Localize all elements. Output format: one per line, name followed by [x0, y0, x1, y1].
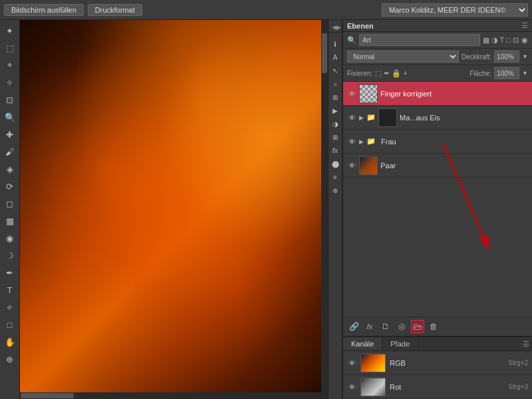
profile-area: Marco Kolditz, MEER DER IDEEN© [382, 3, 528, 17]
delete-layer-button[interactable]: 🗑 [427, 320, 440, 333]
layer-thumb-paar [359, 156, 378, 175]
channel-eye-rgb[interactable]: 👁 [347, 358, 356, 368]
blend-mode-select[interactable]: Normal [347, 51, 459, 63]
lock-all-icon[interactable]: + [403, 69, 407, 78]
channels-tabs: Kanäle Pfade ☰ [343, 337, 532, 351]
layer-row-paar[interactable]: 👁 Paar [343, 154, 532, 178]
adjust-filter-icon[interactable]: ◑ [491, 36, 498, 45]
brush-tool[interactable]: 🖌 [2, 144, 18, 160]
fill-input[interactable] [494, 67, 519, 79]
smart-filter-icon[interactable]: ⊡ [513, 36, 519, 45]
shape-tool[interactable]: □ [2, 317, 18, 332]
top-toolbar: Bildschirm ausfüllen Druckformat Marco K… [0, 0, 532, 20]
horizontal-scrollbar[interactable] [20, 392, 328, 399]
layer-eye-frau[interactable]: 👁 [347, 137, 356, 146]
layer-thumb-finger [359, 84, 378, 103]
fx-button[interactable]: fx [363, 320, 376, 333]
dodge-tool[interactable]: ☽ [2, 247, 18, 263]
pen-tool[interactable]: ✒ [2, 265, 18, 281]
channel-eye-rot[interactable]: 👁 [347, 382, 356, 392]
type-filter-icon[interactable]: T [500, 36, 505, 45]
crop-tool[interactable]: ⊡ [2, 92, 18, 108]
transform-tool[interactable]: ⊞ [329, 91, 341, 103]
warp-tool[interactable]: ⟐ [329, 78, 341, 90]
layer-expand-eis[interactable]: ▶ [359, 114, 364, 121]
fill-screen-button[interactable]: Bildschirm ausfüllen [4, 4, 84, 16]
layer-name-paar: Paar [380, 162, 528, 170]
grid-tool[interactable]: ⊞ [329, 131, 341, 143]
channel-shortcut-rot: Strg+3 [508, 383, 528, 390]
channel-row-rgb[interactable]: 👁 RGB Strg+2 [343, 351, 532, 375]
blur-tool[interactable]: ◉ [2, 230, 18, 246]
layer-row-finger-korrigiert[interactable]: 👁 Finger korrigiert [343, 82, 532, 106]
new-fill-layer-button[interactable]: 🗋 [379, 320, 392, 333]
hand-tool[interactable]: ✋ [2, 334, 18, 350]
shape-filter-icon[interactable]: □ [506, 36, 511, 45]
lasso-tool[interactable]: ⌖ [2, 57, 18, 73]
cursor-secondary[interactable]: ↖ [329, 65, 341, 76]
play-tool[interactable]: ▶ [329, 104, 341, 116]
left-toolbox: ✦ ⬚ ⌖ ✧ ⊡ 🔍 ✚ 🖌 ◈ ⟳ ◻ ▦ ◉ ☽ ✒ T ⟡ □ ✋ ⊕ [0, 20, 20, 399]
layer-group-icon-frau: 📁 [366, 137, 376, 146]
history-brush[interactable]: ⟳ [2, 178, 18, 194]
panel-collapse-arrows[interactable]: ◀▶ [332, 24, 341, 31]
new-group-button[interactable]: 🗁 [411, 320, 424, 333]
layer-expand-frau[interactable]: ▶ [359, 138, 364, 145]
tab-pfade[interactable]: Pfade [382, 337, 418, 350]
info-tool[interactable]: ℹ [329, 38, 341, 50]
type-tool-secondary[interactable]: A [329, 51, 341, 63]
wand-tool[interactable]: ✧ [2, 74, 18, 90]
fx-tool[interactable]: fx [329, 144, 341, 156]
paint-bucket-tool[interactable]: ⬤ [329, 158, 341, 170]
channels-panel-menu[interactable]: ☰ [523, 340, 529, 348]
lock-icon[interactable]: 🔒 [392, 69, 401, 78]
tab-kanale[interactable]: Kanäle [343, 337, 382, 350]
layer-thumb-eis [378, 108, 397, 127]
link-layers-button[interactable]: 🔗 [347, 320, 360, 333]
fill-dropdown-arrow[interactable]: ▼ [522, 70, 528, 76]
channel-name-rgb: RGB [390, 359, 504, 367]
opacity-input[interactable] [494, 51, 519, 63]
move-tool[interactable]: ✦ [2, 23, 18, 39]
text-tool[interactable]: T [2, 282, 18, 298]
layer-eye-finger[interactable]: 👁 [347, 89, 356, 98]
path-tool[interactable]: ⟡ [2, 299, 18, 315]
channel-tool[interactable]: ◑ [329, 118, 341, 130]
horizontal-scroll-thumb[interactable] [21, 393, 74, 398]
select-tool[interactable]: ⬚ [2, 40, 18, 56]
channel-shortcut-rgb: Strg+2 [508, 359, 528, 366]
layer-row-eis[interactable]: 👁 ▶ 📁 Ma...aus Eis [343, 106, 532, 130]
levels-tool[interactable]: ≡ [329, 171, 341, 183]
clone-tool[interactable]: ◈ [2, 161, 18, 177]
layer-name-frau: Frau [381, 138, 528, 146]
pixel-filter-icon[interactable]: ▦ [483, 36, 489, 45]
lock-pixel-icon[interactable]: ⬚ [375, 69, 382, 78]
right-panel: Ebenen ☰ 🔍 ▦ ◑ T □ ⊡ ◉ Normal Deckkraft:… [342, 20, 532, 399]
mask-button[interactable]: ◎ [395, 320, 408, 333]
lock-position-icon[interactable]: ✒ [384, 69, 390, 78]
fixieren-label: Fixieren: [347, 70, 372, 77]
print-format-button[interactable]: Druckformat [88, 4, 142, 16]
heal-tool[interactable]: ✚ [2, 126, 18, 142]
zoom-tool[interactable]: ⊕ [2, 351, 18, 367]
vertical-scrollbar[interactable] [321, 20, 328, 399]
layers-panel-menu[interactable]: ☰ [521, 21, 528, 30]
layers-search-input[interactable] [359, 34, 480, 46]
opacity-dropdown-arrow[interactable]: ▼ [522, 53, 528, 60]
layer-eye-eis[interactable]: 👁 [347, 113, 356, 122]
layer-row-frau[interactable]: 👁 ▶ 📁 Frau [343, 130, 532, 154]
clone-secondary[interactable]: ⊕ [329, 184, 341, 196]
layer-eye-paar[interactable]: 👁 [347, 161, 356, 170]
layers-list: 👁 Finger korrigiert 👁 ▶ 📁 Ma...aus Eis 👁 [343, 82, 532, 317]
canvas-area [20, 20, 328, 399]
eraser-tool[interactable]: ◻ [2, 196, 18, 211]
layer-group-icon-eis: 📁 [366, 113, 376, 122]
eyedropper-tool[interactable]: 🔍 [2, 109, 18, 125]
layers-panel-title: Ebenen [347, 22, 374, 30]
gradient-tool[interactable]: ▦ [2, 213, 18, 229]
filter-toggle[interactable]: ◉ [521, 36, 528, 45]
vertical-scroll-thumb[interactable] [322, 33, 327, 73]
channel-row-rot[interactable]: 👁 Rot Strg+3 [343, 375, 532, 399]
blend-mode-row: Normal Deckkraft: ▼ [343, 49, 532, 65]
profile-select[interactable]: Marco Kolditz, MEER DER IDEEN© [382, 3, 528, 17]
